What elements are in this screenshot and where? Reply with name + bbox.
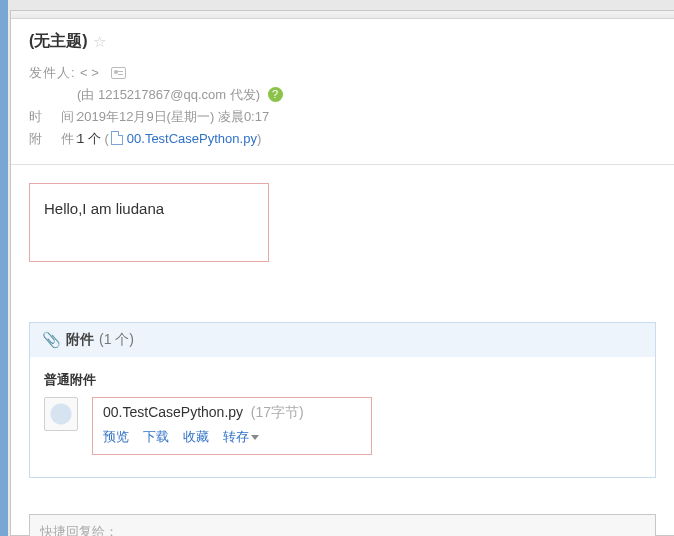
open-paren: (	[104, 131, 108, 146]
time-value: 2019年12月9日(星期一) 凌晨0:17	[77, 106, 269, 128]
attach-filename-link[interactable]: 00.TestCasePython.py	[127, 131, 257, 146]
email-body-highlight: Hello,I am liudana	[29, 183, 269, 262]
window-left-edge	[0, 0, 8, 536]
attachments-section: 📎 附件(1 个) 普通附件 00.TestCasePython.py (17字…	[29, 322, 656, 478]
attachment-item: 00.TestCasePython.py (17字节) 预览 下载 收藏 转存	[44, 397, 641, 455]
attach-value: 1 个 (00.TestCasePython.py)	[77, 128, 261, 150]
attachment-thumb-icon[interactable]	[44, 397, 78, 431]
preview-link[interactable]: 预览	[103, 428, 129, 446]
normal-attachments-label: 普通附件	[44, 371, 641, 389]
attach-count: 1 个	[77, 131, 101, 146]
file-icon	[111, 131, 123, 145]
sender-value: < >	[77, 62, 126, 84]
close-paren: )	[257, 131, 261, 146]
quick-reply-bar	[29, 514, 656, 536]
email-view-panel: (无主题) ☆ 发件人: < > (由 1215217867@qq.com 代发…	[10, 10, 674, 536]
attachment-filename-row: 00.TestCasePython.py (17字节)	[103, 404, 361, 422]
favorite-link[interactable]: 收藏	[183, 428, 209, 446]
sent-by-email: 1215217867@qq.com	[98, 87, 226, 102]
attachment-size: (17字节)	[251, 404, 304, 420]
sent-by-prefix: (由	[77, 87, 98, 102]
time-label: 时 间:	[29, 106, 77, 128]
subject-line: (无主题) ☆	[29, 31, 656, 52]
time-row: 时 间: 2019年12月9日(星期一) 凌晨0:17	[29, 106, 656, 128]
sender-address-brackets: < >	[80, 65, 99, 80]
attach-row: 附 件: 1 个 (00.TestCasePython.py)	[29, 128, 656, 150]
star-icon[interactable]: ☆	[93, 33, 106, 51]
quick-reply-input[interactable]	[40, 515, 645, 536]
attachment-actions: 预览 下载 收藏 转存	[103, 428, 361, 446]
toolbar-strip	[11, 11, 674, 19]
vcard-icon[interactable]	[111, 67, 126, 79]
attachments-title: 附件	[66, 331, 94, 349]
help-icon[interactable]: ?	[268, 87, 283, 102]
forward-label: 转存	[223, 429, 249, 444]
chevron-down-icon	[251, 435, 259, 440]
sender-row: 发件人: < >	[29, 62, 656, 84]
email-body-area: Hello,I am liudana 📎 附件(1 个) 普通附件 00.Tes…	[11, 165, 674, 496]
forward-link[interactable]: 转存	[223, 428, 259, 446]
sender-label: 发件人:	[29, 62, 77, 84]
attachment-meta-box: 00.TestCasePython.py (17字节) 预览 下载 收藏 转存	[92, 397, 372, 455]
subject-text: (无主题)	[29, 31, 88, 52]
sent-by-line: (由 1215217867@qq.com 代发) ?	[29, 84, 656, 106]
attachments-header: 📎 附件(1 个)	[30, 323, 655, 357]
email-header: (无主题) ☆ 发件人: < > (由 1215217867@qq.com 代发…	[11, 11, 674, 165]
attachments-body: 普通附件 00.TestCasePython.py (17字节) 预览 下载 收…	[30, 357, 655, 477]
download-link[interactable]: 下载	[143, 428, 169, 446]
attach-label: 附 件:	[29, 128, 77, 150]
attachments-count: (1 个)	[99, 331, 134, 349]
paperclip-icon: 📎	[42, 331, 61, 349]
attachment-filename: 00.TestCasePython.py	[103, 404, 243, 420]
sent-by-suffix: 代发)	[226, 87, 260, 102]
email-body-text: Hello,I am liudana	[44, 200, 164, 217]
quick-reply-wrap	[11, 514, 674, 536]
